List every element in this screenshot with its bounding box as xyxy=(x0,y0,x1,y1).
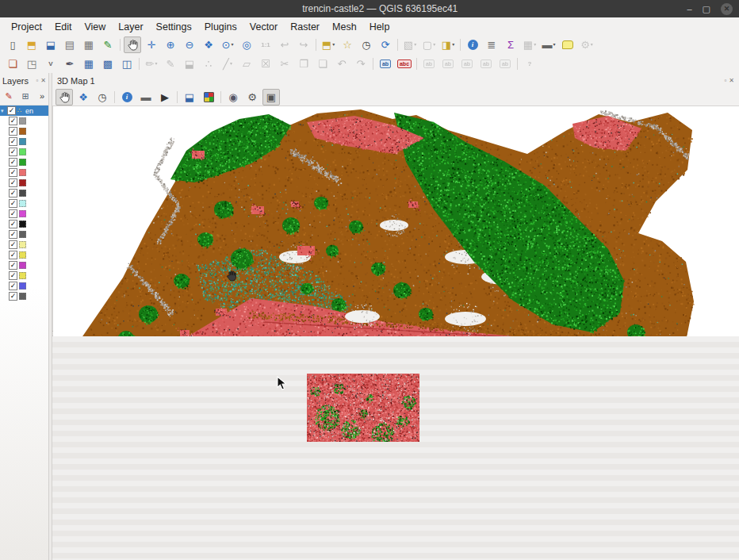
highlight-labels-button[interactable]: abc xyxy=(396,56,413,72)
cut-features-button[interactable]: ✂ xyxy=(276,56,293,72)
minimize-button[interactable]: – xyxy=(687,5,691,13)
menu-mesh[interactable]: Mesh xyxy=(326,20,363,34)
animations-button[interactable]: ▶ xyxy=(156,89,174,105)
style-manager-button[interactable]: ✎ xyxy=(99,36,117,53)
class-checkbox[interactable]: ✓ xyxy=(9,117,17,125)
rotate-label-button[interactable]: ab xyxy=(477,56,495,72)
layer-class-row-11[interactable]: ✓ xyxy=(0,229,48,240)
expander-icon[interactable]: ▾ xyxy=(1,108,6,114)
menu-raster[interactable]: Raster xyxy=(284,20,326,34)
zoom-to-layer-button[interactable]: ◎ xyxy=(238,36,255,53)
locator-options-button[interactable]: ⚙▾ xyxy=(578,36,595,53)
show-layout-manager-button[interactable]: ▦ xyxy=(80,36,98,53)
show-hide-labels-button[interactable]: ab xyxy=(439,56,457,72)
class-checkbox[interactable]: ✓ xyxy=(9,292,17,301)
move-label-button[interactable]: ab xyxy=(458,56,476,72)
measure-line-3d-button[interactable]: ▬ xyxy=(137,89,155,105)
class-checkbox[interactable]: ✓ xyxy=(9,199,17,208)
menu-plugins[interactable]: Plugins xyxy=(198,20,243,34)
new-mesh-layer-button[interactable]: ▦ xyxy=(80,56,98,72)
maximize-button[interactable]: ▢ xyxy=(703,5,710,13)
pan-to-selection-button[interactable]: ✛ xyxy=(143,36,160,53)
current-edits-button[interactable]: ✏▾ xyxy=(143,56,160,72)
class-checkbox[interactable]: ✓ xyxy=(9,127,17,136)
class-checkbox[interactable]: ✓ xyxy=(9,137,17,146)
open-layer-styling-panel-button[interactable]: ✎ xyxy=(2,89,16,104)
layer-row-root[interactable]: ▾✓∴en xyxy=(0,105,48,116)
layer-class-row-6[interactable]: ✓ xyxy=(0,178,48,188)
camera-control-icon[interactable] xyxy=(56,89,73,105)
menu-view[interactable]: View xyxy=(78,20,112,34)
class-checkbox[interactable]: ✓ xyxy=(9,251,17,259)
pin-unpin-labels-button[interactable]: ab xyxy=(420,56,438,72)
layer-class-row-10[interactable]: ✓ xyxy=(0,219,48,229)
measure-button[interactable]: ▬▾ xyxy=(540,36,557,53)
copy-features-button[interactable]: ❐ xyxy=(295,56,312,72)
class-checkbox[interactable]: ✓ xyxy=(9,158,17,167)
class-checkbox[interactable]: ✓ xyxy=(9,230,17,239)
modify-attributes-button[interactable]: ▱ xyxy=(238,56,255,72)
menu-vector[interactable]: Vector xyxy=(243,20,284,34)
pan-map-icon[interactable] xyxy=(124,36,141,53)
identify-features-icon[interactable]: i xyxy=(464,36,481,53)
zoom-full-3d-button[interactable]: ❖ xyxy=(75,89,92,105)
class-checkbox[interactable]: ✓ xyxy=(9,220,17,228)
layer-class-row-14[interactable]: ✓ xyxy=(0,260,48,270)
camera-effects-button[interactable]: ◉ xyxy=(224,89,242,105)
identify-3d-icon[interactable]: i xyxy=(118,89,136,105)
open-data-source-manager-button[interactable]: ❏ xyxy=(4,56,21,72)
zoom-native-button[interactable]: 1:1 xyxy=(257,36,274,53)
paste-features-button[interactable]: ❏ xyxy=(314,56,331,72)
map3d-close-button[interactable]: ✕ xyxy=(729,78,734,84)
select-by-expression-button[interactable]: ◨▾ xyxy=(439,36,457,53)
statistical-summary-button[interactable]: ≣ xyxy=(483,36,500,53)
new-project-button[interactable]: ▯ xyxy=(4,36,21,53)
layer-class-row-1[interactable]: ✓ xyxy=(0,126,48,136)
viewport-3d[interactable] xyxy=(52,105,739,331)
new-virtual-layer-button[interactable]: ◫ xyxy=(118,56,136,72)
map-tips-icon[interactable] xyxy=(559,36,576,53)
new-gpx-layer-button[interactable]: ▩ xyxy=(99,56,117,72)
class-checkbox[interactable]: ✓ xyxy=(9,240,17,249)
layer-class-row-4[interactable]: ✓ xyxy=(0,157,48,167)
class-checkbox[interactable]: ✓ xyxy=(9,209,17,218)
layer-class-row-13[interactable]: ✓ xyxy=(0,250,48,260)
layer-class-row-0[interactable]: ✓ xyxy=(0,116,48,126)
layers-panel-close-button[interactable]: ✕ xyxy=(40,78,46,84)
open-attribute-table-button[interactable]: ▦▾ xyxy=(521,36,538,53)
layer-class-row-3[interactable]: ✓ xyxy=(0,147,48,157)
redo-button[interactable]: ↷ xyxy=(352,56,370,72)
pin-labels-button[interactable]: ab xyxy=(377,56,394,72)
layer-class-row-12[interactable]: ✓ xyxy=(0,240,48,250)
menu-layer[interactable]: Layer xyxy=(112,20,149,34)
class-checkbox[interactable]: ✓ xyxy=(9,282,17,290)
zoom-to-selection-button[interactable]: ⊙▾ xyxy=(219,36,236,53)
layer-class-row-17[interactable]: ✓ xyxy=(0,291,48,301)
new-geopackage-layer-button[interactable]: ◳ xyxy=(23,56,40,72)
layer-class-row-15[interactable]: ✓ xyxy=(0,270,48,281)
layer-class-row-16[interactable]: ✓ xyxy=(0,281,48,291)
close-button[interactable]: ✕ xyxy=(721,3,733,15)
toggle-editing-button[interactable]: ✎ xyxy=(162,56,179,72)
deselect-features-button[interactable]: ▢▾ xyxy=(420,36,438,53)
new-spatial-bookmark-button[interactable]: ⬒▾ xyxy=(320,36,337,53)
zoom-full-button[interactable]: ❖ xyxy=(200,36,217,53)
map-canvas-2d[interactable] xyxy=(52,336,739,560)
select-features-button[interactable]: ▧▾ xyxy=(401,36,419,53)
vertex-tool-button[interactable]: ╱▾ xyxy=(219,56,236,72)
menu-help[interactable]: Help xyxy=(363,20,396,34)
open-project-button[interactable]: ⬒ xyxy=(23,36,40,53)
undo-button[interactable]: ↶ xyxy=(333,56,350,72)
menu-settings[interactable]: Settings xyxy=(150,20,198,34)
zoom-last-button[interactable]: ↩ xyxy=(276,36,293,53)
help-button[interactable]: ? xyxy=(521,56,538,72)
class-checkbox[interactable]: ✓ xyxy=(9,148,17,156)
add-feature-button[interactable]: ∴ xyxy=(200,56,217,72)
menu-edit[interactable]: Edit xyxy=(48,20,78,34)
class-checkbox[interactable]: ✓ xyxy=(9,178,17,187)
class-checkbox[interactable]: ✓ xyxy=(9,261,17,270)
layer-class-row-2[interactable]: ✓ xyxy=(0,136,48,147)
export-3d-scene-icon[interactable] xyxy=(200,89,217,105)
save-project-button[interactable]: ⬓ xyxy=(42,36,59,53)
save-layer-edits-button[interactable]: ⬓ xyxy=(181,56,198,72)
